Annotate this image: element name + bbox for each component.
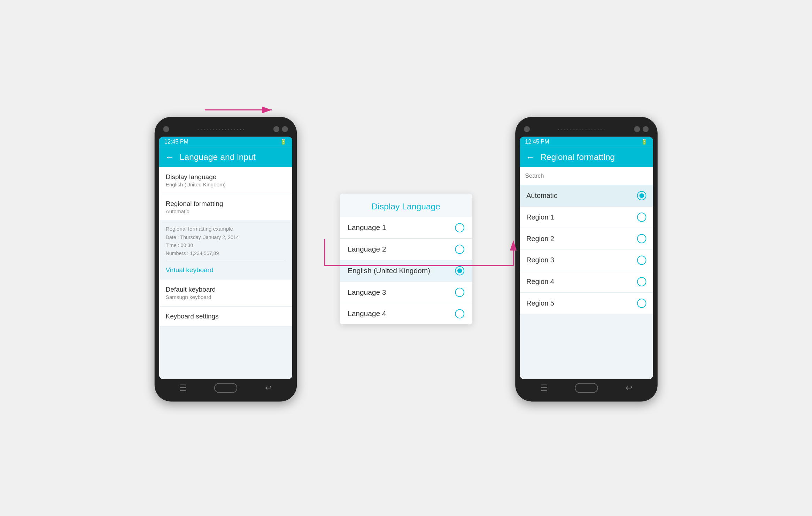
keyboard-settings-item[interactable]: Keyboard settings: [159, 306, 292, 326]
phone1-time: 12:45 PM: [164, 139, 188, 145]
phone2-dot1: [634, 126, 640, 132]
dialog-lang-1: Language 2: [348, 245, 386, 254]
region-1-radio[interactable]: [637, 213, 647, 222]
phone2-camera: [524, 126, 530, 132]
search-bar-container: [520, 167, 653, 185]
phone2-back-button[interactable]: ←: [526, 152, 535, 162]
phone1-dot2: [282, 126, 288, 132]
default-keyboard-subtitle: Samsugn keyboard: [166, 294, 286, 300]
region-3-radio[interactable]: [637, 255, 647, 265]
phone2-back-icon[interactable]: ↩: [626, 383, 633, 393]
region-automatic-label: Automatic: [526, 192, 557, 200]
dialog-item-2[interactable]: English (United Kingdom): [340, 260, 472, 282]
region-2-radio[interactable]: [637, 234, 647, 243]
dialog-item-1[interactable]: Language 2: [340, 239, 472, 260]
phone1-home-button[interactable]: [214, 383, 238, 393]
phone1-dots: [273, 126, 288, 132]
region-item-3[interactable]: Region 3: [520, 249, 653, 271]
regional-formatting-item[interactable]: Regional formatting Automatic: [159, 194, 292, 221]
example-date: Date : Thursday, January 2, 2014: [166, 233, 286, 241]
phone2: ················ 12:45 PM 🔋 ← Regional f…: [515, 117, 658, 401]
example-time: Time : 00:30: [166, 241, 286, 249]
dialog-radio-4[interactable]: [455, 309, 464, 318]
keyboard-settings-title: Keyboard settings: [166, 312, 286, 320]
region-automatic-radio[interactable]: [637, 191, 647, 200]
phone2-bottom-bar: ☰ ↩: [520, 379, 653, 395]
phone2-screen: 12:45 PM 🔋 ← Regional formatting Automat…: [520, 137, 653, 379]
dialog-radio-3[interactable]: [455, 288, 464, 297]
region-item-1[interactable]: Region 1: [520, 206, 653, 228]
dialog-item-4[interactable]: Language 4: [340, 303, 472, 324]
regional-formatting-title: Regional formatting: [166, 200, 286, 207]
search-input[interactable]: [525, 170, 648, 181]
default-keyboard-title: Default keyboard: [166, 285, 286, 293]
region-5-label: Region 5: [526, 299, 554, 307]
display-language-item[interactable]: Display language English (United Kingdom…: [159, 167, 292, 194]
phone2-time: 12:45 PM: [525, 139, 549, 145]
phone1-content: Display language English (United Kingdom…: [159, 167, 292, 379]
phone1-dot1: [273, 126, 279, 132]
example-numbers: Numbers : 1,234,567,89: [166, 249, 286, 257]
example-label: Regional formatting example: [166, 226, 286, 232]
display-language-subtitle: English (United Kingdom): [166, 182, 286, 187]
region-1-label: Region 1: [526, 213, 554, 221]
region-4-label: Region 4: [526, 278, 554, 286]
dialog-item-0[interactable]: Language 1: [340, 217, 472, 239]
region-2-label: Region 2: [526, 234, 554, 242]
phone2-battery: 🔋: [641, 139, 648, 145]
region-item-5[interactable]: Region 5: [520, 292, 653, 314]
dialog-lang-0: Language 1: [348, 223, 386, 232]
phone2-dot2: [643, 126, 649, 132]
dialog-radio-2[interactable]: [455, 266, 464, 276]
dialog-title: Display Language: [340, 194, 472, 217]
phone1-status-bar: 12:45 PM 🔋: [159, 137, 292, 147]
phone2-menu-icon[interactable]: ☰: [540, 383, 548, 393]
phone1-title: Language and input: [180, 152, 256, 162]
region-4-radio[interactable]: [637, 277, 647, 286]
phone1-bottom-bar: ☰ ↩: [159, 379, 292, 395]
phone1-camera: [163, 126, 169, 132]
region-item-2[interactable]: Region 2: [520, 228, 653, 249]
display-language-dialog: Display Language Language 1 Language 2 E…: [340, 194, 472, 324]
regional-formatting-subtitle: Automatic: [166, 208, 286, 214]
default-keyboard-item[interactable]: Default keyboard Samsugn keyboard: [159, 279, 292, 306]
virtual-keyboard-title: Virtual keyboard: [166, 266, 286, 274]
phone1-speaker: ················: [197, 125, 246, 133]
region-3-label: Region 3: [526, 256, 554, 264]
phone2-content: Automatic Region 1 Region 2 Region 3: [520, 167, 653, 379]
phone2-speaker: ················: [558, 125, 606, 133]
phone1-back-icon[interactable]: ↩: [265, 383, 272, 393]
phone1: ················ 12:45 PM 🔋 ← Language a…: [155, 117, 297, 401]
phone1-screen: 12:45 PM 🔋 ← Language and input Display …: [159, 137, 292, 379]
region-5-radio[interactable]: [637, 299, 647, 308]
phone2-status-bar: 12:45 PM 🔋: [520, 137, 653, 147]
dialog-list: Language 1 Language 2 English (United Ki…: [340, 217, 472, 324]
phone1-top-bar: ················: [159, 123, 292, 137]
display-language-title: Display language: [166, 173, 286, 180]
phone2-top-bar: ················: [520, 123, 653, 137]
phone1-menu-icon[interactable]: ☰: [179, 383, 187, 393]
phone2-app-header: ← Regional formatting: [520, 147, 653, 167]
example-section: Regional formatting example Date : Thurs…: [159, 221, 292, 260]
phone1-app-header: ← Language and input: [159, 147, 292, 167]
region-item-automatic[interactable]: Automatic: [520, 185, 653, 207]
virtual-keyboard-item[interactable]: Virtual keyboard: [159, 260, 292, 279]
region-item-4[interactable]: Region 4: [520, 271, 653, 293]
phone1-battery: 🔋: [280, 139, 287, 145]
dialog-item-3[interactable]: Language 3: [340, 282, 472, 303]
phone2-home-button[interactable]: [575, 383, 598, 393]
phone2-dots: [634, 126, 649, 132]
phone1-back-button[interactable]: ←: [165, 152, 175, 162]
dialog-lang-2: English (United Kingdom): [348, 267, 430, 275]
dialog-lang-4: Language 4: [348, 309, 386, 318]
dialog-radio-1[interactable]: [455, 245, 464, 254]
phone2-title: Regional formatting: [540, 152, 615, 162]
dialog-radio-0[interactable]: [455, 223, 464, 232]
dialog-lang-3: Language 3: [348, 288, 386, 297]
